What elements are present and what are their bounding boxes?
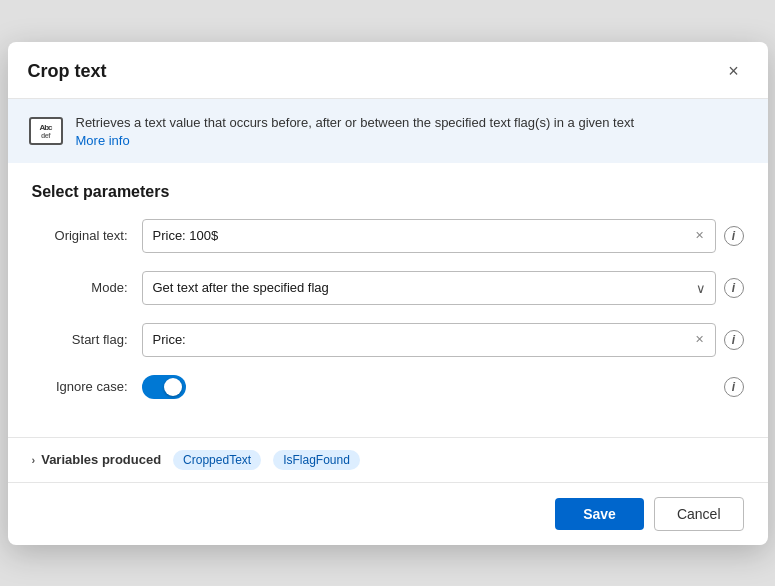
start-flag-label: Start flag: — [32, 332, 142, 347]
original-text-input[interactable] — [142, 219, 716, 253]
mode-select-wrapper: Get text before the specified flag Get t… — [142, 271, 716, 305]
dialog-title: Crop text — [28, 61, 107, 82]
crop-text-dialog: Crop text × Abc def Retrieves a text val… — [8, 42, 768, 545]
original-text-label: Original text: — [32, 228, 142, 243]
start-flag-clear-button[interactable]: ✕ — [692, 332, 708, 348]
start-flag-input-wrapper: ✕ — [142, 323, 716, 357]
variables-label: Variables produced — [41, 452, 161, 467]
mode-row: Mode: Get text before the specified flag… — [32, 271, 744, 305]
cancel-button[interactable]: Cancel — [654, 497, 744, 531]
ignore-case-row: Ignore case: i — [32, 375, 744, 399]
mode-label: Mode: — [32, 280, 142, 295]
section-title: Select parameters — [32, 183, 744, 201]
start-flag-row: Start flag: ✕ i — [32, 323, 744, 357]
banner-description: Retrieves a text value that occurs befor… — [76, 113, 635, 133]
toggle-thumb — [164, 378, 182, 396]
save-button[interactable]: Save — [555, 498, 644, 530]
original-text-info-icon[interactable]: i — [724, 226, 744, 246]
ignore-case-toggle[interactable] — [142, 375, 186, 399]
start-flag-input[interactable] — [142, 323, 716, 357]
variables-section: › Variables produced CroppedText IsFlagF… — [8, 437, 768, 482]
ignore-case-toggle-wrap — [142, 375, 186, 399]
variable-badge-croppedtext: CroppedText — [173, 450, 261, 470]
variables-toggle[interactable]: › Variables produced — [32, 452, 162, 467]
ignore-case-info-icon[interactable]: i — [724, 377, 744, 397]
original-text-input-wrapper: ✕ — [142, 219, 716, 253]
start-flag-info-icon[interactable]: i — [724, 330, 744, 350]
dialog-body: Select parameters Original text: ✕ i Mod… — [8, 163, 768, 437]
mode-info-icon[interactable]: i — [724, 278, 744, 298]
variable-badge-isflagfound: IsFlagFound — [273, 450, 360, 470]
dialog-header: Crop text × — [8, 42, 768, 99]
original-text-row: Original text: ✕ i — [32, 219, 744, 253]
mode-select[interactable]: Get text before the specified flag Get t… — [142, 271, 716, 305]
more-info-link[interactable]: More info — [76, 133, 130, 148]
ignore-case-label: Ignore case: — [32, 379, 142, 394]
close-button[interactable]: × — [720, 58, 748, 86]
variables-chevron-icon: › — [32, 454, 36, 466]
dialog-footer: Save Cancel — [8, 482, 768, 545]
abc-icon: Abc def — [28, 113, 64, 149]
original-text-clear-button[interactable]: ✕ — [692, 228, 708, 244]
info-banner: Abc def Retrieves a text value that occu… — [8, 99, 768, 163]
